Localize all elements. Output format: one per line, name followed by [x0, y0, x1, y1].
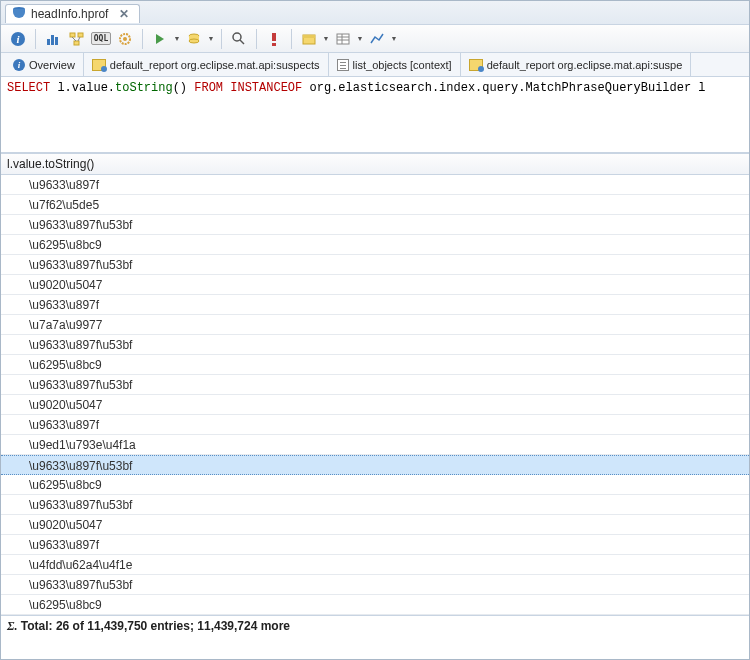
warning-icon[interactable]	[263, 28, 285, 50]
database-icon	[12, 7, 26, 21]
total-row: Σ. Total: 26 of 11,439,750 entries; 11,4…	[1, 615, 749, 637]
separator	[142, 29, 143, 49]
result-row[interactable]: \u9633\u897f\u53bf	[1, 495, 749, 515]
svg-line-6	[72, 37, 76, 41]
oql-query-editor[interactable]: SELECT l.value.toString() FROM INSTANCEO…	[1, 77, 749, 153]
svg-marker-10	[156, 34, 164, 44]
result-row[interactable]: \u7a7a\u9977	[1, 315, 749, 335]
svg-rect-20	[337, 34, 349, 44]
info-icon: i	[13, 59, 25, 71]
report-icon	[469, 59, 483, 71]
separator	[221, 29, 222, 49]
rows-container: \u9633\u897f\u7f62\u5de5\u9633\u897f\u53…	[1, 175, 749, 615]
svg-rect-2	[55, 37, 58, 45]
result-row[interactable]: \u7f62\u5de5	[1, 195, 749, 215]
separator	[291, 29, 292, 49]
tab-report-suspects-2[interactable]: default_report org.eclipse.mat.api:suspe	[461, 53, 692, 76]
tab-list-objects[interactable]: list_objects [context]	[329, 53, 461, 76]
report-icon	[92, 59, 106, 71]
dropdown-arrow-icon[interactable]: ▼	[207, 35, 215, 42]
result-row[interactable]: \u6295\u8bc9	[1, 595, 749, 615]
dropdown-arrow-icon[interactable]: ▼	[173, 35, 181, 42]
result-row[interactable]: \u9ed1\u793e\u4f1a	[1, 435, 749, 455]
result-row[interactable]: \u6295\u8bc9	[1, 475, 749, 495]
svg-rect-3	[70, 33, 75, 37]
app-window: headInfo.hprof ✕ i OQL ▼ ▼ ▼ ▼ ▼ i Overv…	[0, 0, 750, 660]
table-icon[interactable]	[332, 28, 354, 50]
result-row[interactable]: \u9020\u5047	[1, 395, 749, 415]
close-icon[interactable]: ✕	[117, 7, 131, 21]
separator	[256, 29, 257, 49]
svg-rect-1	[51, 35, 54, 45]
tab-report-suspects[interactable]: default_report org.eclipse.mat.api:suspe…	[84, 53, 329, 76]
tab-label: default_report org.eclipse.mat.api:suspe…	[110, 59, 320, 71]
result-row[interactable]: \u9633\u897f\u53bf	[1, 215, 749, 235]
result-row[interactable]: \u4fdd\u62a4\u4f1e	[1, 555, 749, 575]
sub-tab-bar: i Overview default_report org.eclipse.ma…	[1, 53, 749, 77]
tab-overview[interactable]: i Overview	[5, 53, 84, 76]
svg-point-9	[123, 37, 127, 41]
query-icon[interactable]	[183, 28, 205, 50]
editor-tab[interactable]: headInfo.hprof ✕	[5, 4, 140, 23]
svg-point-14	[233, 33, 241, 41]
info-button[interactable]: i	[7, 28, 29, 50]
result-row[interactable]: \u9633\u897f	[1, 535, 749, 555]
dropdown-arrow-icon[interactable]: ▼	[356, 35, 364, 42]
result-row[interactable]: \u9633\u897f	[1, 415, 749, 435]
run-icon[interactable]	[149, 28, 171, 50]
histogram-icon[interactable]	[42, 28, 64, 50]
oql-icon[interactable]: OQL	[90, 28, 112, 50]
tab-label: list_objects [context]	[353, 59, 452, 71]
editor-tab-bar: headInfo.hprof ✕	[1, 1, 749, 25]
result-row[interactable]: \u9633\u897f	[1, 175, 749, 195]
toolbar: i OQL ▼ ▼ ▼ ▼ ▼	[1, 25, 749, 53]
package-icon[interactable]	[298, 28, 320, 50]
column-header[interactable]: l.value.toString()	[1, 153, 749, 175]
svg-rect-16	[272, 33, 276, 41]
editor-tab-label: headInfo.hprof	[31, 7, 108, 21]
svg-rect-19	[303, 35, 315, 38]
tab-label: default_report org.eclipse.mat.api:suspe	[487, 59, 683, 71]
chart-icon[interactable]	[366, 28, 388, 50]
result-row[interactable]: \u9020\u5047	[1, 275, 749, 295]
search-icon[interactable]	[228, 28, 250, 50]
tree-icon[interactable]	[66, 28, 88, 50]
results-table: l.value.toString() \u9633\u897f\u7f62\u5…	[1, 153, 749, 659]
result-row[interactable]: \u9633\u897f\u53bf	[1, 335, 749, 355]
svg-rect-4	[78, 33, 83, 37]
dropdown-arrow-icon[interactable]: ▼	[322, 35, 330, 42]
svg-rect-5	[74, 41, 79, 45]
result-row[interactable]: \u9633\u897f	[1, 295, 749, 315]
tab-label: Overview	[29, 59, 75, 71]
result-row[interactable]: \u6295\u8bc9	[1, 355, 749, 375]
gear-icon[interactable]	[114, 28, 136, 50]
svg-rect-0	[47, 39, 50, 45]
sigma-icon: Σ.	[7, 619, 17, 633]
total-label: Total: 26 of 11,439,750 entries; 11,439,…	[21, 619, 290, 633]
dropdown-arrow-icon[interactable]: ▼	[390, 35, 398, 42]
result-row[interactable]: \u9633\u897f\u53bf	[1, 255, 749, 275]
svg-rect-17	[272, 43, 276, 46]
separator	[35, 29, 36, 49]
svg-point-13	[189, 39, 199, 43]
result-row[interactable]: \u9633\u897f\u53bf	[1, 375, 749, 395]
result-row[interactable]: \u9020\u5047	[1, 515, 749, 535]
result-row[interactable]: \u9633\u897f\u53bf	[1, 575, 749, 595]
result-row[interactable]: \u6295\u8bc9	[1, 235, 749, 255]
result-row[interactable]: \u9633\u897f\u53bf	[1, 455, 749, 475]
list-icon	[337, 59, 349, 71]
svg-line-7	[78, 37, 80, 41]
svg-line-15	[240, 40, 244, 44]
